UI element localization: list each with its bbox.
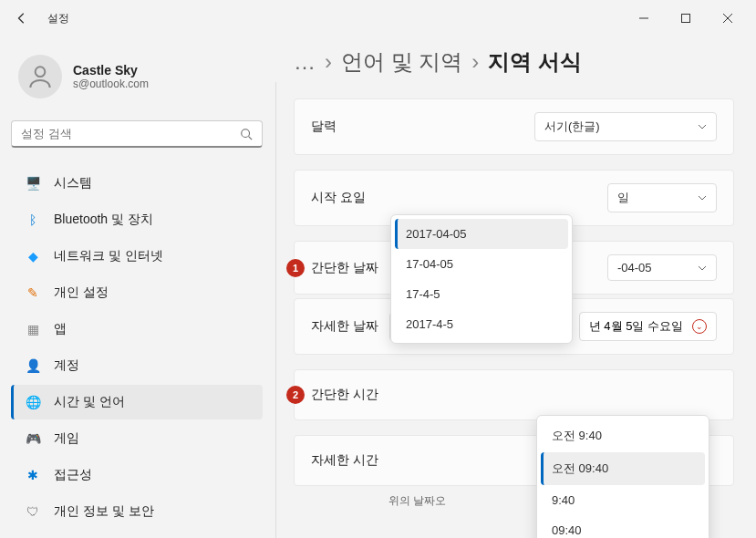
sidebar-item-9[interactable]: 🛡개인 정보 및 보안 — [11, 494, 263, 529]
sidebar-item-8[interactable]: ✱접근성 — [11, 458, 263, 492]
maximize-button[interactable] — [665, 4, 707, 33]
nav-icon: ᛒ — [25, 212, 41, 228]
nav-label: 계정 — [54, 357, 79, 374]
dropdown-option[interactable]: 오전 09:40 — [541, 452, 705, 485]
nav-label: Bluetooth 및 장치 — [54, 212, 153, 228]
calendar-label: 달력 — [311, 119, 337, 135]
svg-rect-1 — [682, 15, 690, 23]
calendar-select[interactable]: 서기(한글) — [534, 112, 717, 141]
chevron-down-icon — [698, 264, 707, 273]
close-button[interactable] — [707, 4, 749, 33]
sidebar-item-1[interactable]: ᛒBluetooth 및 장치 — [11, 202, 263, 237]
nav-icon: 🖥️ — [25, 175, 41, 191]
nav-icon: ◆ — [25, 248, 41, 264]
back-button[interactable] — [7, 4, 36, 33]
sidebar-item-6[interactable]: 🌐시간 및 언어 — [11, 385, 263, 419]
nav-label: 개인 설정 — [54, 285, 109, 301]
close-icon — [723, 14, 732, 23]
nav-icon: 🎮 — [25, 430, 41, 447]
date-format-dropdown[interactable]: 2017-04-0517-04-0517-4-52017-4-5 — [390, 214, 573, 344]
nav-icon: 👤 — [25, 357, 41, 374]
short-date-label: 간단한 날짜 — [311, 260, 378, 276]
sidebar-item-5[interactable]: 👤계정 — [11, 348, 263, 383]
search-input[interactable] — [21, 127, 240, 140]
search-icon — [240, 128, 253, 140]
nav-icon: ▦ — [25, 321, 41, 337]
nav-label: 앱 — [54, 321, 67, 337]
content-divider — [275, 82, 276, 538]
breadcrumb-parent[interactable]: 언어 및 지역 — [341, 47, 462, 77]
nav-icon: ✎ — [25, 285, 41, 301]
breadcrumb-current: 지역 서식 — [488, 47, 582, 77]
profile-email: s@outlook.com — [73, 78, 149, 90]
nav-label: 시간 및 언어 — [54, 394, 125, 410]
sidebar-item-2[interactable]: ◆네트워크 및 인터넷 — [11, 239, 263, 274]
dropdown-option[interactable]: 09:40 — [541, 515, 705, 538]
first-day-label: 시작 요일 — [311, 190, 366, 206]
nav-icon: 🌐 — [25, 394, 41, 410]
minimize-button[interactable] — [623, 4, 665, 33]
profile-name: Castle Sky — [73, 63, 149, 78]
window-title: 설정 — [47, 11, 69, 26]
sidebar-item-7[interactable]: 🎮게임 — [11, 421, 263, 456]
dropdown-option[interactable]: 2017-4-5 — [395, 309, 568, 339]
search-box[interactable] — [11, 120, 263, 148]
sidebar-item-3[interactable]: ✎개인 설정 — [11, 275, 263, 310]
arrow-left-icon — [16, 12, 28, 25]
nav-label: 네트워크 및 인터넷 — [54, 248, 163, 264]
long-date-label: 자세한 날짜 — [311, 318, 378, 335]
breadcrumb: … › 언어 및 지역 › 지역 서식 — [285, 47, 734, 77]
profile-section[interactable]: Castle Sky s@outlook.com — [11, 47, 263, 106]
chevron-down-red-icon: ⌄ — [692, 319, 707, 334]
minimize-icon — [639, 14, 648, 23]
annotation-badge-1: 1 — [286, 259, 305, 277]
sidebar-item-0[interactable]: 🖥️시스템 — [11, 166, 263, 201]
nav-label: 개인 정보 및 보안 — [54, 503, 154, 520]
dropdown-option[interactable]: 17-4-5 — [395, 279, 568, 309]
annotation-badge-2: 2 — [286, 386, 305, 404]
long-date-value[interactable]: 년 4월 5일 수요일 ⌄ — [579, 312, 717, 341]
nav-label: 접근성 — [54, 467, 92, 483]
svg-point-5 — [242, 129, 250, 137]
nav-icon: ✱ — [25, 467, 41, 483]
breadcrumb-overflow[interactable]: … — [294, 49, 316, 75]
sidebar-item-4[interactable]: ▦앱 — [11, 312, 263, 347]
short-time-label: 간단한 시간 — [311, 387, 378, 403]
person-icon — [26, 62, 55, 91]
chevron-down-icon — [698, 122, 707, 131]
dropdown-option[interactable]: 오전 9:40 — [541, 419, 705, 452]
time-format-dropdown[interactable]: 오전 9:40오전 09:409:4009:40 — [536, 415, 709, 538]
dropdown-option[interactable]: 2017-04-05 — [395, 219, 568, 249]
nav-label: 시스템 — [54, 175, 92, 191]
dropdown-option[interactable]: 17-04-05 — [395, 249, 568, 279]
svg-line-6 — [249, 136, 253, 140]
short-date-select[interactable]: -04-05 — [607, 254, 717, 281]
svg-point-4 — [36, 67, 46, 77]
avatar — [18, 55, 62, 98]
chevron-down-icon — [698, 193, 707, 202]
dropdown-option[interactable]: 9:40 — [541, 485, 705, 515]
setting-calendar: 달력 서기(한글) — [294, 98, 734, 155]
setting-short-time: 2 간단한 시간 — [294, 369, 734, 420]
long-time-label: 자세한 시간 — [311, 452, 378, 469]
nav-label: 게임 — [54, 430, 79, 447]
maximize-icon — [681, 14, 690, 23]
first-day-select[interactable]: 일 — [607, 183, 717, 212]
nav-icon: 🛡 — [25, 503, 41, 520]
